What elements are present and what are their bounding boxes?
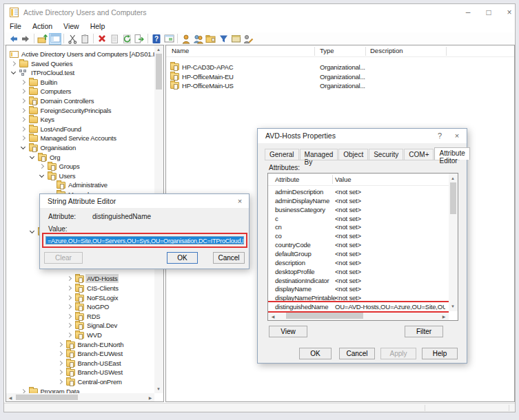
tree-item-label[interactable]: NoGPO [85, 302, 110, 311]
tree-item-label[interactable]: RDS [85, 312, 101, 321]
tree-item-managed-service-accounts[interactable]: Managed Service Accounts [6, 134, 154, 143]
export-list-icon[interactable] [133, 33, 145, 45]
tree-item-label[interactable]: WVD [85, 330, 103, 339]
tree-item-users[interactable]: Users [6, 171, 154, 181]
column-separator[interactable] [446, 47, 447, 56]
attribute-row-displayname[interactable]: displayName<not set> [268, 284, 449, 293]
attribute-row-co[interactable]: co<not set> [268, 231, 449, 240]
chevron-right-icon[interactable] [20, 89, 25, 94]
tree-item-branch-uswest[interactable]: Branch-USWest [6, 368, 154, 377]
back-icon[interactable] [7, 33, 19, 45]
column-header-name[interactable]: Name [172, 47, 189, 54]
tree-item-saved-queries[interactable]: Saved Queries [6, 59, 154, 69]
menu-action[interactable]: Action [27, 21, 58, 32]
value-input[interactable]: =Azure,OU=Site,OU=Servers,OU=Sys,OU=Orga… [45, 236, 244, 244]
tree-item-label[interactable]: Program Data [39, 387, 81, 393]
tree-item-label[interactable]: Branch-USWest [77, 368, 124, 377]
menu-view[interactable]: View [58, 21, 85, 32]
chevron-down-icon[interactable] [30, 229, 34, 233]
tree-item-label[interactable]: LostAndFound [39, 125, 83, 134]
tree-item-label[interactable]: ITProCloud.test [30, 68, 76, 77]
scrollbar-thumb[interactable] [16, 395, 78, 400]
tree-item-label[interactable]: Administrative [67, 180, 109, 189]
scroll-up-icon[interactable]: ▲ [154, 46, 163, 53]
tree-item-label[interactable]: NoFSLogix [85, 293, 119, 302]
filter-button[interactable]: Filter [405, 326, 443, 337]
chevron-right-icon[interactable] [20, 108, 25, 113]
scroll-left-icon[interactable]: ◀ [6, 395, 14, 401]
chevron-down-icon[interactable] [11, 70, 16, 74]
tree-item-rds[interactable]: RDS [6, 312, 154, 322]
scrollbar-thumb[interactable] [286, 313, 363, 319]
chevron-right-icon[interactable] [11, 61, 16, 66]
attribute-row-destinationindicator[interactable]: destinationIndicator<not set> [268, 276, 449, 285]
tree-item-nofslogix[interactable]: NoFSLogix [6, 293, 154, 303]
chevron-right-icon[interactable] [57, 342, 62, 347]
chevron-down-icon[interactable] [20, 145, 25, 149]
tree-item-label[interactable]: Organisation [39, 143, 77, 152]
tree-item-label[interactable]: Signal.Dev [85, 321, 119, 330]
ok-button[interactable]: OK [167, 252, 198, 264]
filter-icon[interactable] [217, 33, 230, 45]
chevron-right-icon[interactable] [67, 323, 72, 328]
tree-item-label[interactable]: Active Directory Users and Computers [AD… [20, 50, 154, 59]
new-group-icon[interactable] [192, 33, 205, 45]
menu-help[interactable]: Help [85, 21, 111, 32]
column-header-value[interactable]: Value [335, 176, 352, 183]
tree-item-foreignsecurityprincipals[interactable]: ForeignSecurityPrincipals [6, 106, 154, 116]
column-separator[interactable] [332, 175, 333, 184]
copy-icon[interactable] [79, 33, 91, 45]
tree-item-label[interactable]: Computers [39, 87, 73, 96]
tree-item-program-data[interactable]: Program Data [6, 387, 154, 393]
apply-button[interactable]: Apply [380, 348, 416, 359]
chevron-right-icon[interactable] [57, 370, 62, 375]
tree-item-avd-hosts[interactable]: AVD-Hosts [6, 274, 154, 284]
attribute-row-cn[interactable]: cn<not set> [268, 222, 449, 231]
tree-item-groups[interactable]: Groups [6, 162, 154, 171]
tab-general[interactable]: General [265, 149, 299, 160]
view-button[interactable]: View [269, 326, 307, 337]
scrollbar-thumb[interactable] [156, 54, 162, 90]
chevron-right-icon[interactable] [20, 136, 25, 140]
tree-item-label[interactable]: Central-onPrem [77, 377, 123, 386]
new-ou-icon[interactable] [205, 33, 217, 45]
refresh-icon[interactable] [121, 33, 133, 45]
tree-item-label[interactable]: Org [48, 153, 61, 162]
tree-item-itprocloud-test[interactable]: ITProCloud.test [6, 68, 154, 78]
dialog-help-icon[interactable]: ? [434, 131, 446, 141]
cancel-button[interactable]: Cancel [339, 348, 375, 359]
chevron-right-icon[interactable] [57, 379, 62, 384]
attributes-horizontal-scrollbar[interactable]: ◀ ▶ [268, 311, 449, 320]
chevron-right-icon[interactable] [67, 276, 72, 281]
forward-icon[interactable] [19, 33, 32, 45]
scroll-right-icon[interactable]: ▶ [146, 395, 154, 401]
dialog-close-icon[interactable]: × [451, 131, 463, 141]
tree-horizontal-scrollbar[interactable]: ◀ ▶ [6, 393, 154, 401]
attribute-row-countrycode[interactable]: countryCode<not set> [268, 240, 449, 249]
scroll-down-icon[interactable]: ▼ [449, 303, 457, 310]
chevron-down-icon[interactable] [30, 154, 34, 159]
attributes-vertical-scrollbar[interactable]: ▲ ▼ [449, 174, 458, 311]
attribute-row-c[interactable]: c<not set> [268, 214, 449, 223]
cancel-button[interactable]: Cancel [213, 252, 245, 264]
cut-icon[interactable] [66, 33, 79, 45]
attribute-row-distinguishedname[interactable]: distinguishedNameOU=AVD-Hosts,OU=Azure,O… [268, 302, 449, 311]
attribute-row-displaynameprintable[interactable]: displayNamePrintable<not set> [268, 293, 449, 302]
ok-button[interactable]: OK [299, 348, 332, 359]
chevron-down-icon[interactable] [39, 173, 43, 178]
tab-security[interactable]: Security [369, 149, 403, 160]
tree-item-builtin[interactable]: Builtin [6, 78, 154, 87]
tree-item-label[interactable]: Branch-EUNorth [77, 340, 125, 349]
tree-item-domain-controllers[interactable]: Domain Controllers [6, 96, 154, 106]
tab-attribute-editor[interactable]: Attribute Editor [434, 147, 469, 160]
tree-item-administrative[interactable]: Administrative [6, 180, 154, 190]
msc-window-icon[interactable] [230, 33, 242, 45]
tab-managed-by[interactable]: Managed By [300, 149, 338, 160]
tree-item-wvd[interactable]: WVD [6, 330, 154, 340]
tree-item-branch-useast[interactable]: Branch-USEast [6, 359, 154, 368]
tree-item-org[interactable]: Org [6, 153, 154, 162]
item-name[interactable]: HP-OfficeMain-US [182, 82, 234, 90]
delegate-icon[interactable] [242, 33, 254, 45]
attribute-row-admindescription[interactable]: adminDescription<not set> [268, 187, 449, 196]
tree-item-label[interactable]: Users [58, 171, 77, 180]
